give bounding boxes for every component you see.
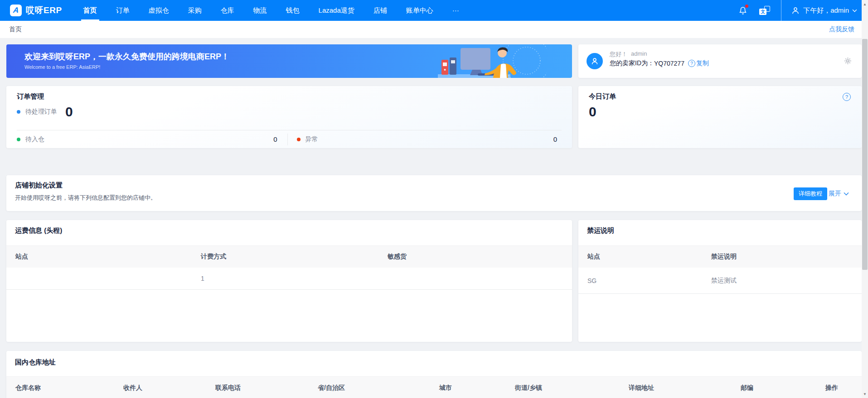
warehouse-title: 国内仓库地址 — [15, 358, 56, 367]
expand-toggle[interactable]: 展开 — [829, 190, 849, 198]
abnormal-value: 0 — [553, 135, 557, 143]
column-header: 收件人 — [123, 384, 215, 392]
inbound-value: 0 — [273, 135, 277, 143]
brand-logo-letter: A — [13, 6, 19, 15]
nav-item-9[interactable]: 店铺 — [364, 0, 397, 21]
table-row: SG禁运测试 — [578, 268, 862, 294]
banner-subtitle: Welcome to a free ERP: AsiaERP! — [24, 64, 100, 70]
shop-init-actions: 详细教程 展开 — [794, 187, 849, 200]
table-header-row: 仓库名称收件人联系电话省/自治区城市街道/乡镇详细地址邮编操作 — [6, 376, 862, 398]
hello-label: 您好！ — [610, 50, 627, 58]
pending-orders-label: 待处理订单 — [25, 108, 57, 116]
warehouse-table: 仓库名称收件人联系电话省/自治区城市街道/乡镇详细地址邮编操作 — [6, 376, 862, 398]
column-header: 街道/乡镇 — [515, 384, 629, 392]
user-icon — [791, 6, 800, 14]
shop-init-subtitle: 开始使用哎呀之前，请将下列信息配置到您的店铺中。 — [15, 194, 156, 202]
brand-name: 哎呀ERP — [26, 5, 62, 16]
notification-bell-icon[interactable] — [737, 5, 748, 16]
banner-illustration — [433, 44, 547, 78]
column-header: 计费方式 — [201, 253, 388, 261]
table-header-row: 站点计费方式敏感货 — [6, 245, 572, 268]
breadcrumb-bar: 首页 点我反馈 — [0, 21, 862, 38]
inbound-stat[interactable]: 待入仓 0 — [17, 135, 287, 144]
today-orders-title: 今日订单 — [589, 92, 616, 101]
column-header: 操作 — [825, 384, 853, 392]
page-scrollbar[interactable]: ▲ ▼ — [862, 0, 868, 398]
scrollbar-up-arrow[interactable]: ▲ — [862, 1, 868, 7]
table-header-row: 站点禁运说明 — [578, 245, 862, 268]
nav-item-2[interactable]: 订单 — [107, 0, 139, 21]
column-header: 仓库名称 — [15, 384, 123, 392]
today-orders-card: 今日订单 ? 0 — [578, 86, 862, 148]
copy-help-icon[interactable]: ? — [688, 60, 695, 67]
chevron-down-icon — [852, 9, 857, 12]
inbound-label: 待入仓 — [25, 135, 44, 144]
user-menu[interactable]: 下午好，admin — [791, 6, 857, 15]
column-header: 城市 — [439, 384, 515, 392]
freight-title: 运费信息 (头程) — [15, 226, 62, 235]
column-header: 联系电话 — [215, 384, 318, 392]
column-header: 省/自治区 — [318, 384, 439, 392]
tutorial-button[interactable]: 详细教程 — [794, 187, 827, 200]
brand-logo[interactable]: A 哎呀ERP — [10, 5, 62, 16]
navbar-right: 文 下午好，admin — [737, 0, 857, 21]
embargo-title: 禁运说明 — [587, 226, 614, 235]
column-header: 站点 — [587, 253, 711, 261]
freight-table: 站点计费方式敏感货1 — [6, 245, 572, 290]
language-switch-icon[interactable]: 文 — [759, 6, 770, 15]
brand-logo-icon: A — [10, 5, 22, 16]
table-cell: 1 — [201, 275, 388, 282]
nav-item-5[interactable]: 仓库 — [211, 0, 244, 21]
avatar — [587, 53, 603, 69]
freight-info-card: 运费信息 (头程) 站点计费方式敏感货1 — [6, 220, 572, 342]
nav-item-1[interactable]: 首页 — [74, 0, 107, 21]
nav-item-8[interactable]: Lazada退货 — [309, 0, 364, 21]
navbar-divider — [781, 0, 781, 21]
order-management-card: 订单管理 待处理订单 0 待入仓 0 异常 0 — [6, 86, 572, 148]
nav-item-6[interactable]: 物流 — [244, 0, 276, 21]
user-hello-line: 您好！ admin — [610, 50, 647, 58]
today-orders-value: 0 — [589, 104, 596, 120]
column-header: 禁运说明 — [711, 253, 853, 261]
seller-id-value: YQ707277 — [654, 60, 684, 67]
pending-dot-icon — [17, 110, 20, 114]
pending-orders-stat[interactable]: 待处理订单 0 — [17, 105, 73, 119]
abnormal-stat[interactable]: 异常 0 — [288, 135, 564, 144]
copy-seller-id-link[interactable]: 复制 — [696, 59, 709, 67]
nav-item-11[interactable]: ··· — [443, 0, 469, 21]
top-navbar: A 哎呀ERP 首页订单虚拟仓采购仓库物流钱包Lazada退货店铺账单中心···… — [0, 0, 868, 21]
user-info-card: 您好！ admin 您的卖家ID为： YQ707277 ? 复制 — [578, 44, 862, 78]
welcome-banner: 欢迎来到哎呀ERP，一款永久免费使用的跨境电商ERP！ Welcome to a… — [6, 44, 572, 78]
abnormal-label: 异常 — [305, 135, 318, 144]
breadcrumb: 首页 — [9, 25, 22, 34]
nav-item-4[interactable]: 采购 — [179, 0, 211, 21]
today-orders-help-icon[interactable]: ? — [843, 93, 851, 101]
table-row: 1 — [6, 268, 572, 290]
embargo-table: 站点禁运说明SG禁运测试 — [578, 245, 862, 294]
banner-title: 欢迎来到哎呀ERP，一款永久免费使用的跨境电商ERP！ — [24, 51, 229, 62]
table-cell: SG — [587, 277, 711, 284]
pending-orders-value: 0 — [65, 105, 73, 119]
inbound-dot-icon — [17, 138, 20, 141]
chevron-down-icon — [844, 192, 849, 196]
seller-id-label: 您的卖家ID为： — [610, 59, 654, 67]
nav-item-7[interactable]: 钱包 — [276, 0, 309, 21]
column-header: 邮编 — [741, 384, 825, 392]
nav-items: 首页订单虚拟仓采购仓库物流钱包Lazada退货店铺账单中心··· — [74, 0, 469, 21]
nav-item-3[interactable]: 虚拟仓 — [139, 0, 179, 21]
warehouse-card: 国内仓库地址 仓库名称收件人联系电话省/自治区城市街道/乡镇详细地址邮编操作 — [6, 351, 862, 398]
nav-item-10[interactable]: 账单中心 — [397, 0, 443, 21]
shop-init-card: 店铺初始化设置 开始使用哎呀之前，请将下列信息配置到您的店铺中。 详细教程 展开 — [6, 175, 862, 211]
settings-gear-icon[interactable] — [844, 57, 852, 65]
column-header: 敏感货 — [388, 253, 563, 261]
feedback-link[interactable]: 点我反馈 — [829, 25, 854, 34]
abnormal-dot-icon — [297, 138, 301, 141]
username: admin — [631, 50, 647, 58]
scrollbar-down-arrow[interactable]: ▼ — [862, 391, 868, 397]
user-greeting: 下午好，admin — [803, 6, 849, 15]
scrollbar-thumb[interactable] — [862, 39, 868, 270]
notification-badge-dot — [745, 5, 748, 8]
seller-id-line: 您的卖家ID为： YQ707277 ? 复制 — [610, 59, 709, 67]
expand-label: 展开 — [829, 190, 841, 198]
order-card-bottom-row: 待入仓 0 异常 0 — [17, 130, 563, 148]
